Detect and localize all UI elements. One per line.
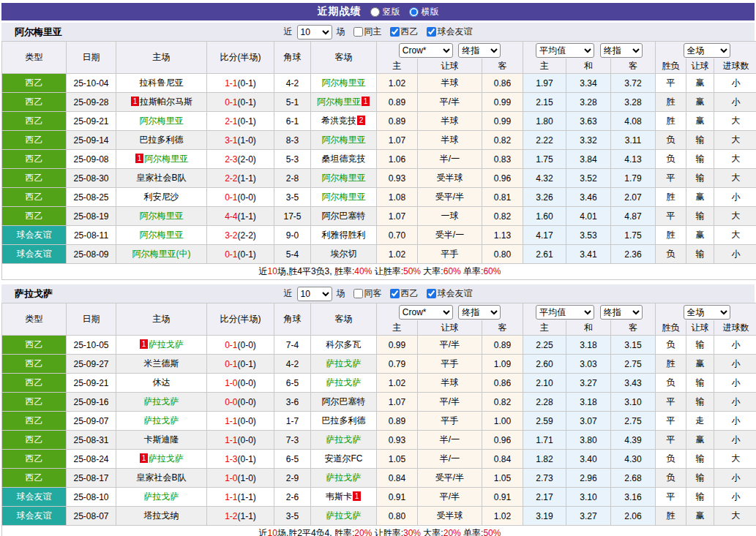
away-team-cell: 萨拉戈萨	[311, 431, 377, 450]
away-team-name[interactable]: 埃尔切	[331, 249, 357, 259]
avg-time-select[interactable]: 终指	[600, 305, 643, 320]
home-team-name[interactable]: 萨拉戈萨	[144, 491, 179, 502]
average-select[interactable]: 平均值	[536, 305, 594, 320]
horizontal-radio-button[interactable]	[409, 7, 419, 17]
away-team-name[interactable]: 阿尔梅里亚	[317, 97, 361, 107]
league-type-cell: 西乙	[2, 150, 67, 169]
recent-count-select[interactable]: 10	[297, 25, 332, 39]
league-checkbox[interactable]	[390, 289, 400, 298]
halftime-score: (1-1)	[238, 211, 256, 222]
league-filter[interactable]: 西乙	[384, 287, 419, 300]
away-team-name[interactable]: 巴拉多利德	[322, 415, 366, 426]
corners-cell: 9-0	[274, 226, 311, 245]
odds-home-cell: 1.07	[377, 393, 418, 412]
home-team-name[interactable]: 休达	[153, 377, 171, 388]
summary-text-segment: 近	[259, 266, 268, 276]
home-team-name[interactable]: 阿尔梅里亚(中)	[132, 249, 191, 259]
away-team-name[interactable]: 萨拉戈萨	[326, 377, 362, 388]
same-venue-filter[interactable]: 同客	[348, 287, 382, 300]
away-team-name[interactable]: 利雅得胜利	[322, 230, 366, 240]
corners-cell: 5-1	[274, 93, 311, 112]
odds-handicap-cell: 半/一	[418, 150, 482, 169]
league-checkbox[interactable]	[390, 27, 400, 37]
home-team-name[interactable]: 萨拉戈萨	[144, 415, 179, 426]
friendly-filter[interactable]: 球会友谊	[421, 287, 473, 300]
result-outcome-cell: 平	[656, 169, 686, 188]
home-team-name[interactable]: 米兰德斯	[144, 358, 179, 369]
bookmaker-select[interactable]: Crow*	[399, 43, 453, 58]
away-team-name[interactable]: 阿尔梅里亚	[322, 135, 366, 145]
odds-time-select[interactable]: 终指	[458, 43, 501, 58]
home-team-name[interactable]: 阿尔梅里亚	[140, 116, 184, 126]
home-team-name[interactable]: 萨拉戈萨	[149, 453, 184, 464]
away-team-name[interactable]: 希洪竞技	[321, 116, 356, 126]
result-goals-cell: 大	[714, 226, 756, 245]
avg-time-select[interactable]: 终指	[600, 43, 643, 58]
match-date-cell: 25-09-14	[67, 131, 116, 150]
league-filter[interactable]: 西乙	[384, 26, 419, 38]
result-handicap-cell: 输	[686, 169, 714, 188]
odds-away-cell: 0.96	[482, 431, 523, 450]
away-team-name[interactable]: 安道尔FC	[325, 453, 363, 464]
same-venue-filter[interactable]: 同主	[348, 26, 382, 38]
home-team-name[interactable]: 巴拉多利德	[140, 135, 184, 145]
odds-home-cell: 1.08	[377, 188, 418, 207]
home-team-name[interactable]: 皇家社会B队	[136, 173, 186, 183]
result-goals-cell: 大	[714, 112, 756, 131]
full-match-select[interactable]: 全场	[684, 305, 730, 320]
red-card-badge: 1	[362, 97, 370, 106]
bookmaker-select[interactable]: Crow*	[399, 305, 453, 320]
same-venue-checkbox[interactable]	[353, 289, 363, 298]
away-team-name[interactable]: 阿尔梅里亚	[322, 78, 366, 88]
full-match-select[interactable]: 全场	[684, 43, 730, 58]
result-goals-cell: 大	[714, 507, 756, 526]
recent-count-select[interactable]: 10	[297, 287, 332, 301]
friendly-filter[interactable]: 球会友谊	[421, 26, 473, 38]
away-team-name[interactable]: 萨拉戈萨	[326, 434, 362, 445]
home-team-name[interactable]: 萨拉戈萨	[144, 396, 179, 407]
vertical-radio-label: 竖版	[383, 6, 400, 18]
home-team-name[interactable]: 阿尔梅里亚	[140, 230, 184, 240]
league-label: 西乙	[401, 26, 419, 38]
red-card-badge: 1	[140, 339, 148, 349]
odds-time-select[interactable]: 终指	[458, 305, 501, 320]
away-team-name[interactable]: 萨拉戈萨	[326, 472, 362, 483]
result-outcome-cell: 平	[656, 412, 686, 431]
layout-radio-vertical[interactable]: 竖版	[370, 6, 400, 18]
away-team-name[interactable]: 萨拉戈萨	[326, 510, 362, 521]
same-venue-checkbox[interactable]	[353, 27, 363, 37]
avg-away-cell: 3.28	[611, 93, 656, 112]
home-team-name[interactable]: 阿尔梅里亚	[140, 211, 184, 221]
away-team-name[interactable]: 阿尔梅里亚	[322, 173, 366, 183]
odds-away-cell: 0.99	[482, 93, 523, 112]
away-team-name[interactable]: 科尔多瓦	[326, 339, 362, 350]
layout-radio-horizontal[interactable]: 横版	[409, 6, 439, 18]
average-select[interactable]: 平均值	[536, 43, 594, 58]
away-team-name[interactable]: 阿尔巴塞特	[322, 396, 366, 407]
friendly-checkbox[interactable]	[427, 289, 436, 298]
away-team-name[interactable]: 桑坦德竞技	[322, 154, 366, 164]
away-team-cell: 巴拉多利德	[311, 412, 377, 431]
home-team-name[interactable]: 拉科鲁尼亚	[140, 78, 184, 88]
home-team-name[interactable]: 阿尔梅里亚	[144, 154, 188, 164]
league-type-cell: 球会友谊	[2, 245, 67, 264]
home-team-name[interactable]: 利安尼沙	[144, 192, 179, 202]
match-date-cell: 25-08-30	[67, 169, 116, 188]
friendly-checkbox[interactable]	[427, 27, 436, 37]
home-team-name[interactable]: 塔拉戈纳	[144, 510, 179, 521]
away-team-name[interactable]: 韦斯卡	[326, 491, 352, 502]
away-team-name[interactable]: 阿尔梅里亚	[322, 192, 366, 202]
odds-handicap-cell: 受平/半	[418, 188, 482, 207]
stats-summary-row: 近10场,胜2平4负4, 胜率:20% 让胜率:30% 大率:20% 单率:50…	[2, 526, 756, 536]
home-team-name[interactable]: 拉斯帕尔马斯	[140, 97, 192, 107]
subcol-outcome: 胜负	[656, 58, 686, 74]
away-team-name[interactable]: 阿尔巴塞特	[322, 211, 366, 221]
match-date-cell: 25-10-05	[67, 336, 116, 355]
friendly-label: 球会友谊	[438, 287, 473, 300]
away-team-name[interactable]: 萨拉戈萨	[326, 358, 362, 369]
league-type-cell: 西乙	[2, 393, 67, 412]
home-team-name[interactable]: 萨拉戈萨	[149, 339, 184, 350]
vertical-radio-button[interactable]	[370, 7, 380, 17]
home-team-name[interactable]: 皇家社会B队	[136, 472, 186, 483]
home-team-name[interactable]: 卡斯迪隆	[144, 434, 179, 445]
